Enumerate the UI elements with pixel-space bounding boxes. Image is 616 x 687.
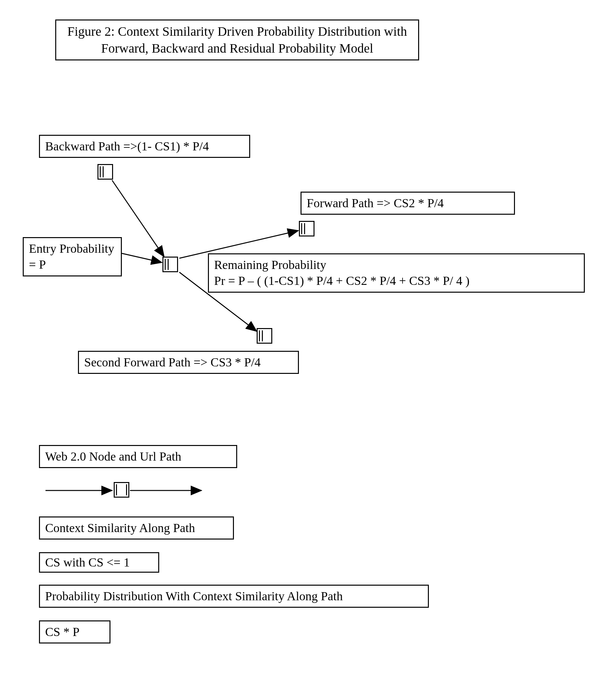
backward-path-box: Backward Path =>(1- CS1) * P/4 — [39, 135, 250, 158]
figure-title-box: Figure 2: Context Similarity Driven Prob… — [55, 20, 419, 61]
legend-arrows — [0, 0, 616, 687]
entry-probability-box: Entry Probability = P — [23, 237, 122, 276]
legend-web-node-box: Web 2.0 Node and Url Path — [39, 445, 237, 468]
legend-cs-p-box: CS * P — [39, 620, 110, 643]
diagram-arrows — [0, 0, 616, 687]
remaining-line2: Pr = P – ( (1-CS1) * P/4 + CS2 * P/4 + C… — [214, 273, 579, 289]
svg-line-2 — [122, 253, 162, 263]
legend-context-sim-box: Context Similarity Along Path — [39, 516, 234, 539]
center-node — [162, 257, 178, 272]
remaining-probability-box: Remaining Probability Pr = P – ( (1-CS1)… — [208, 253, 585, 293]
title-line1: Figure 2: Context Similarity Driven Prob… — [61, 23, 413, 40]
backward-node — [97, 164, 113, 180]
entry-probability-text: Entry Probability = P — [29, 242, 114, 271]
second-forward-path-box: Second Forward Path => CS3 * P/4 — [78, 351, 299, 374]
legend-cs-constraint-box: CS with CS <= 1 — [39, 552, 159, 573]
forward-path-box: Forward Path => CS2 * P/4 — [301, 192, 515, 215]
remaining-line1: Remaining Probability — [214, 257, 579, 273]
second-forward-node — [257, 328, 272, 344]
legend-prob-dist-box: Probability Distribution With Context Si… — [39, 585, 429, 608]
title-line2: Forward, Backward and Residual Probabili… — [61, 40, 413, 57]
legend-node-icon — [114, 482, 129, 497]
forward-node — [299, 221, 314, 237]
